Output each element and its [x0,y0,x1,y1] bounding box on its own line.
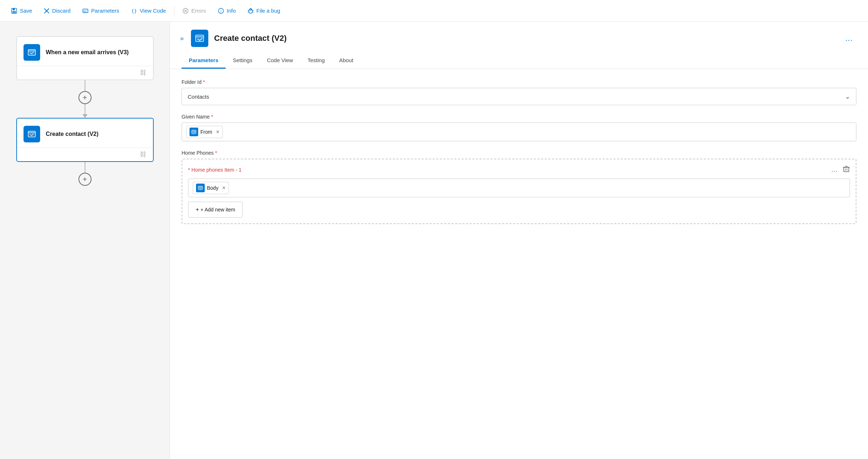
token-body-icon [196,184,205,192]
tab-settings[interactable]: Settings [226,53,260,69]
svg-line-18 [252,12,254,12]
svg-rect-19 [28,50,35,55]
given-name-input[interactable]: From ✕ [182,123,856,141]
svg-line-16 [252,10,254,10]
panel-title: Create contact (V2) [214,34,287,43]
add-step-button-1[interactable]: + [78,91,92,104]
body-token-close[interactable]: ✕ [222,185,226,190]
panel-header-left: » Create contact (V2) [179,30,287,47]
svg-text:i: i [220,9,221,13]
main-layout: When a new email arrives (V3) ⛓ + [0,22,868,459]
phones-item-label: * Home phones Item - 1 [188,167,242,173]
phones-delete-button[interactable] [843,165,850,174]
save-icon [11,8,17,14]
panel-icon [191,30,208,47]
token-from-icon [190,128,198,136]
plus-icon: + [196,206,199,213]
home-phones-required: * [215,150,217,156]
svg-text:{}: {} [131,8,137,14]
home-phones-label: Home Phones * [182,150,856,156]
parameters-button[interactable]: @[] Parameters [77,5,124,17]
add-step-button-2[interactable]: + [78,173,92,186]
save-button[interactable]: Save [6,5,37,17]
action-title: Create contact (V2) [46,130,99,138]
errors-icon [182,8,189,14]
right-panel: » Create contact (V2) … Parameters Setti… [170,22,868,459]
phones-more-button[interactable]: … [831,166,838,173]
trigger-title: When a new email arrives (V3) [46,48,129,56]
tab-testing[interactable]: Testing [300,53,332,69]
home-phones-section: * Home phones Item - 1 … [182,159,856,224]
connector-line-2 [85,104,85,115]
toolbar: Save Discard @[] Parameters {} View Code… [0,0,868,22]
svg-point-13 [249,9,252,13]
folder-id-required: * [203,79,205,85]
panel-header: » Create contact (V2) … [170,22,868,47]
from-token-close[interactable]: ✕ [216,129,220,134]
home-phones-field: Home Phones * * Home phones Item - 1 … [182,150,856,224]
connector-line-1 [85,80,85,91]
connector-1: + [78,80,92,118]
collapse-button[interactable]: » [179,33,185,44]
action-icon [24,126,40,142]
folder-id-field: Folder Id * Contacts ⌄ [182,79,856,105]
arrow-down-1 [82,114,88,118]
form-content: Folder Id * Contacts ⌄ Given Name * [170,69,868,459]
trigger-link-icon: ⛓ [140,69,146,77]
connector-line-3 [85,162,85,173]
bug-icon [247,8,254,14]
phones-item-actions: … [831,165,850,174]
svg-text:@[]: @[] [84,10,89,13]
left-panel: When a new email arrives (V3) ⛓ + [0,22,170,459]
trigger-icon [24,44,40,61]
view-code-button[interactable]: {} View Code [126,5,171,17]
connector-2: + [78,162,92,186]
tab-parameters[interactable]: Parameters [182,53,226,69]
folder-id-label: Folder Id * [182,79,856,85]
tab-about[interactable]: About [332,53,361,69]
given-name-field: Given Name * From ✕ [182,114,856,141]
add-new-item-button[interactable]: + + Add new item [188,202,243,218]
home-phones-token-input[interactable]: Body ✕ [188,179,850,197]
svg-rect-22 [192,130,196,134]
flow-card-action[interactable]: Create contact (V2) ⛓ [16,118,154,162]
tabs-bar: Parameters Settings Code View Testing Ab… [170,53,868,69]
svg-rect-26 [198,186,203,190]
folder-id-dropdown[interactable]: Contacts ⌄ [182,88,856,105]
from-token[interactable]: From ✕ [186,126,223,138]
parameters-icon: @[] [82,8,89,14]
svg-line-17 [248,12,249,12]
file-bug-button[interactable]: File a bug [242,5,285,17]
svg-rect-20 [28,131,35,137]
svg-line-15 [248,10,249,10]
svg-point-14 [250,8,251,10]
action-link-icon: ⛓ [140,151,146,158]
info-icon: i [218,8,224,14]
discard-button[interactable]: Discard [39,5,76,17]
body-token[interactable]: Body ✕ [193,182,229,194]
given-name-label: Given Name * [182,114,856,120]
panel-more-button[interactable]: … [842,32,856,44]
svg-rect-1 [13,8,15,10]
discard-icon [44,8,50,14]
flow-card-trigger[interactable]: When a new email arrives (V3) ⛓ [16,36,154,80]
errors-button[interactable]: Errors [177,5,211,17]
phones-item-header: * Home phones Item - 1 … [188,165,850,174]
chevron-down-icon: ⌄ [845,93,850,100]
svg-rect-2 [12,11,16,13]
toolbar-divider [174,6,174,16]
view-code-icon: {} [131,8,137,14]
given-name-required: * [211,114,213,120]
tab-code-view[interactable]: Code View [260,53,300,69]
info-button[interactable]: i Info [213,5,241,17]
svg-rect-23 [844,167,849,172]
